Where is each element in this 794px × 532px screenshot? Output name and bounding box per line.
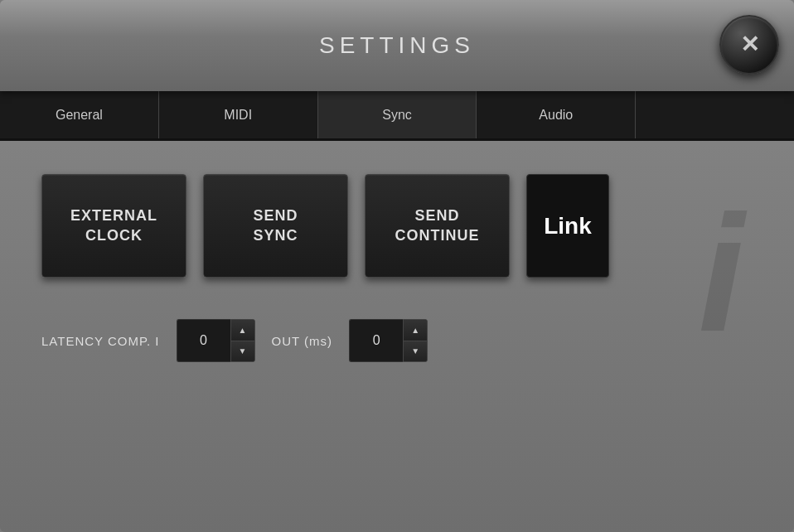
tab-bar: General MIDI Sync Audio: [0, 91, 794, 141]
out-value: 0: [349, 319, 403, 362]
settings-title: SETTINGS: [319, 32, 475, 59]
buttons-row: EXTERNALCLOCK SENDSYNC SENDCONTINUE Link: [41, 174, 753, 278]
close-button[interactable]: ✕: [719, 15, 779, 75]
tab-sync[interactable]: Sync: [318, 91, 477, 138]
tab-midi[interactable]: MIDI: [159, 91, 318, 138]
controls-row: LATENCY COMP. I 0 ▲ ▼ OUT (ms) 0 ▲ ▼: [41, 319, 753, 362]
latency-up-arrow[interactable]: ▲: [231, 320, 254, 341]
settings-window: SETTINGS ✕ General MIDI Sync Audio i EXT…: [0, 0, 794, 532]
out-spinner: 0 ▲ ▼: [349, 319, 428, 362]
out-up-arrow[interactable]: ▲: [404, 320, 427, 341]
header: SETTINGS ✕: [0, 0, 794, 91]
latency-label: LATENCY COMP. I: [41, 334, 160, 348]
tab-audio[interactable]: Audio: [477, 91, 636, 138]
out-label: OUT (ms): [272, 334, 333, 348]
close-icon: ✕: [740, 33, 759, 56]
external-clock-button[interactable]: EXTERNALCLOCK: [41, 174, 186, 278]
main-content: i EXTERNALCLOCK SENDSYNC SENDCONTINUE Li…: [0, 141, 794, 395]
send-continue-button[interactable]: SENDCONTINUE: [365, 174, 510, 278]
latency-down-arrow[interactable]: ▼: [231, 341, 254, 362]
latency-spinner: 0 ▲ ▼: [177, 319, 255, 362]
out-arrows: ▲ ▼: [403, 319, 428, 362]
latency-arrows: ▲ ▼: [230, 319, 255, 362]
link-label: Link: [544, 213, 592, 239]
link-button[interactable]: Link: [526, 174, 609, 278]
latency-value: 0: [177, 319, 230, 362]
out-down-arrow[interactable]: ▼: [404, 341, 427, 362]
send-sync-button[interactable]: SENDSYNC: [203, 174, 348, 278]
tab-extra[interactable]: [636, 91, 794, 138]
tab-general[interactable]: General: [0, 91, 159, 138]
